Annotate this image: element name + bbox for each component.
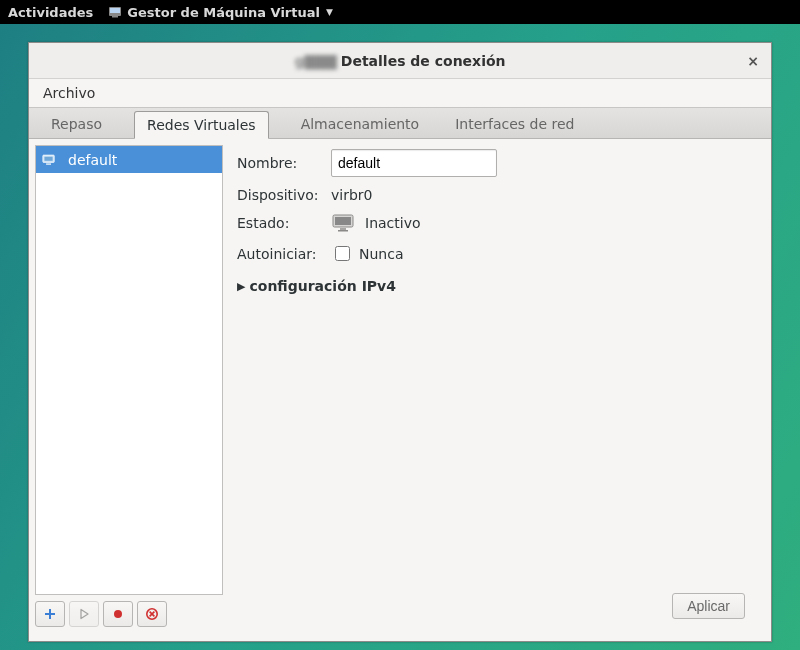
svg-rect-5 [46, 163, 51, 165]
svg-point-6 [114, 610, 122, 618]
record-icon [112, 608, 124, 620]
delete-network-button[interactable] [137, 601, 167, 627]
chevron-down-icon: ▼ [326, 7, 333, 17]
play-icon [78, 608, 90, 620]
virt-manager-icon [107, 4, 123, 20]
title-hostname: g▇▇▇ [294, 53, 336, 69]
expander-triangle-icon: ▶ [237, 280, 245, 293]
name-label: Nombre: [237, 155, 325, 171]
app-menu-label: Gestor de Máquina Virtual [127, 5, 320, 20]
plus-icon [44, 608, 56, 620]
state-value: Inactivo [331, 213, 757, 233]
apply-button[interactable]: Aplicar [672, 593, 745, 619]
tab-network-interfaces[interactable]: Interfaces de red [451, 110, 578, 138]
list-item[interactable]: default [36, 146, 222, 173]
titlebar: g▇▇▇ Detalles de conexión × [29, 43, 771, 79]
tab-virtual-networks[interactable]: Redes Virtuales [134, 111, 269, 139]
details-panel: Nombre: Dispositivo: virbr0 Estado: Inac… [227, 139, 771, 641]
file-menu[interactable]: Archivo [37, 83, 101, 103]
add-network-button[interactable] [35, 601, 65, 627]
state-text: Inactivo [365, 215, 421, 231]
svg-rect-2 [112, 16, 118, 18]
autostart-text: Nunca [359, 246, 404, 262]
tabs: Repaso Redes Virtuales Almacenamiento In… [29, 107, 771, 139]
form-grid: Nombre: Dispositivo: virbr0 Estado: Inac… [237, 149, 757, 264]
window-title: Detalles de conexión [341, 53, 506, 69]
list-toolbar [29, 597, 227, 641]
connection-details-window: g▇▇▇ Detalles de conexión × Archivo Repa… [28, 42, 772, 642]
device-value: virbr0 [331, 187, 757, 203]
tab-storage[interactable]: Almacenamiento [297, 110, 424, 138]
svg-rect-9 [335, 217, 351, 225]
network-list[interactable]: default [35, 145, 223, 595]
svg-rect-1 [110, 8, 120, 13]
start-network-button[interactable] [69, 601, 99, 627]
network-icon [42, 153, 60, 167]
list-item-label: default [68, 152, 117, 168]
tab-overview[interactable]: Repaso [47, 110, 106, 138]
left-column: default [29, 139, 227, 641]
state-label: Estado: [237, 215, 325, 231]
name-input[interactable] [331, 149, 497, 177]
delete-icon [145, 607, 159, 621]
svg-rect-4 [44, 156, 52, 160]
autostart-control: Nunca [331, 243, 757, 264]
activities-button[interactable]: Actividades [8, 5, 93, 20]
app-menu[interactable]: Gestor de Máquina Virtual ▼ [107, 4, 333, 20]
autostart-checkbox[interactable] [335, 246, 350, 261]
content-area: default Nombre: [29, 139, 771, 641]
footer: Aplicar [237, 585, 757, 631]
menubar: Archivo [29, 79, 771, 107]
ipv4-expander[interactable]: ▶ configuración IPv4 [237, 278, 757, 294]
svg-rect-10 [340, 228, 346, 230]
autostart-label: Autoiniciar: [237, 246, 325, 262]
monitor-off-icon [331, 213, 357, 233]
gnome-top-bar: Actividades Gestor de Máquina Virtual ▼ [0, 0, 800, 24]
expander-label: configuración IPv4 [249, 278, 396, 294]
svg-rect-11 [338, 230, 348, 232]
device-label: Dispositivo: [237, 187, 325, 203]
stop-network-button[interactable] [103, 601, 133, 627]
close-button[interactable]: × [743, 51, 763, 71]
